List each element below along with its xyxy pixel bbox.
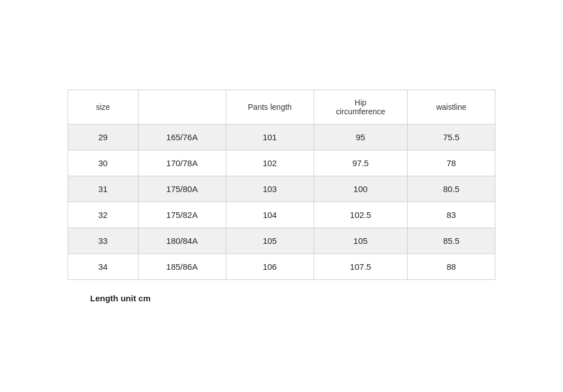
cell-size: 33: [68, 228, 138, 253]
cell-hip: 100: [314, 176, 407, 202]
cell-waistline: 85.5: [408, 228, 495, 253]
header-body: [138, 90, 226, 124]
header-waistline: waistline: [408, 90, 495, 124]
footer-note: Length unit cm: [90, 293, 151, 303]
cell-body: 175/80A: [138, 176, 226, 202]
table-header-row: size Pants length Hip circumference wais…: [68, 90, 495, 124]
table-row: 30170/78A10297.578: [68, 150, 495, 176]
cell-hip: 105: [314, 228, 407, 253]
cell-pants_length: 104: [226, 202, 314, 228]
table-row: 31175/80A10310080.5: [68, 176, 495, 202]
cell-hip: 95: [314, 124, 407, 150]
cell-size: 31: [68, 176, 138, 202]
table-row: 34185/86A106107.588: [68, 253, 495, 279]
cell-body: 165/76A: [138, 124, 226, 150]
cell-waistline: 78: [408, 150, 495, 176]
cell-size: 30: [68, 150, 138, 176]
cell-body: 175/82A: [138, 202, 226, 228]
cell-hip: 107.5: [314, 253, 407, 279]
header-hip: Hip circumference: [314, 90, 407, 124]
cell-waistline: 75.5: [408, 124, 495, 150]
cell-waistline: 88: [408, 253, 495, 279]
table-row: 33180/84A10510585.5: [68, 228, 495, 253]
header-size: size: [68, 90, 138, 124]
cell-waistline: 80.5: [408, 176, 495, 202]
cell-body: 180/84A: [138, 228, 226, 253]
table-row: 32175/82A104102.583: [68, 202, 495, 228]
header-pants-length: Pants length: [226, 90, 314, 124]
cell-size: 34: [68, 253, 138, 279]
cell-pants_length: 103: [226, 176, 314, 202]
cell-size: 32: [68, 202, 138, 228]
size-table: size Pants length Hip circumference wais…: [68, 90, 495, 280]
cell-hip: 97.5: [314, 150, 407, 176]
cell-size: 29: [68, 124, 138, 150]
cell-pants_length: 106: [226, 253, 314, 279]
cell-body: 185/86A: [138, 253, 226, 279]
page-container: size Pants length Hip circumference wais…: [68, 90, 495, 303]
cell-body: 170/78A: [138, 150, 226, 176]
table-row: 29165/76A1019575.5: [68, 124, 495, 150]
cell-pants_length: 105: [226, 228, 314, 253]
cell-hip: 102.5: [314, 202, 407, 228]
cell-pants_length: 101: [226, 124, 314, 150]
cell-waistline: 83: [408, 202, 495, 228]
cell-pants_length: 102: [226, 150, 314, 176]
